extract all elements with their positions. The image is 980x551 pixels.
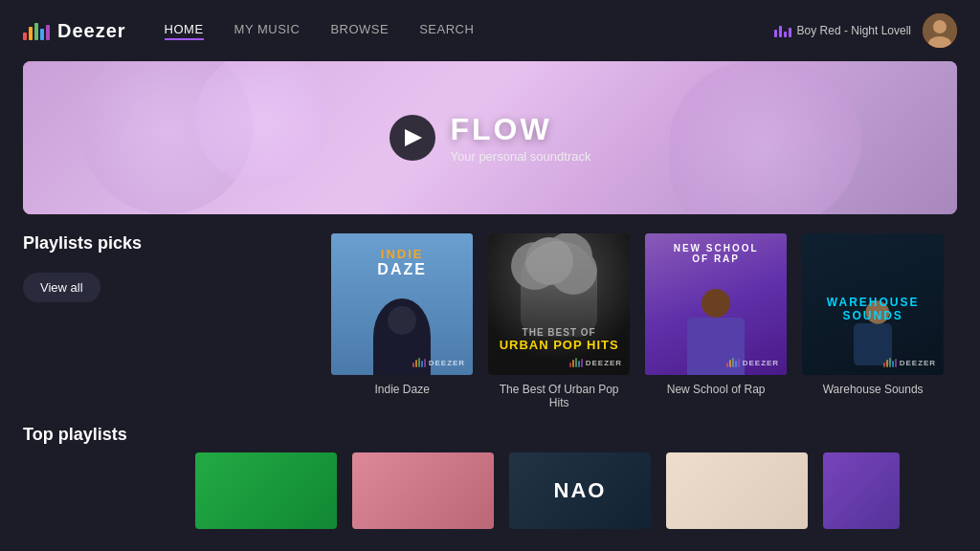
- navbar: Deezer HOME MY MUSIC BROWSE SEARCH Boy R…: [0, 0, 980, 61]
- avatar[interactable]: [923, 13, 957, 48]
- now-playing-text: Boy Red - Night Lovell: [797, 24, 911, 37]
- playlists-picks-section: Playlists picks View all INDIE DAZE: [0, 214, 980, 409]
- warehouse-label: WAREHOUSE: [827, 296, 920, 309]
- playlist-card-urban-pop[interactable]: THE BEST OF URBAN POP HITS DEEZER: [488, 233, 630, 409]
- nav-right: Boy Red - Night Lovell: [774, 13, 957, 48]
- deezer-watermark-indie: DEEZER: [412, 358, 465, 367]
- deezer-label-indie: DEEZER: [429, 359, 465, 367]
- nav-links: HOME MY MUSIC BROWSE SEARCH: [165, 22, 774, 40]
- sounds-label: SOUNDS: [827, 309, 920, 322]
- hero-overlay: FLOW Your personal soundtrack: [23, 61, 957, 214]
- playlist-card-warehouse[interactable]: WAREHOUSE SOUNDS: [802, 233, 944, 409]
- logo[interactable]: Deezer: [23, 20, 126, 42]
- urban-pop-hits-label: URBAN POP HITS: [500, 338, 619, 352]
- playlist-thumb-new-school-rap: NEW SCHOOL OF RAP: [645, 233, 787, 375]
- top-playlists-section: Top playlists NAO: [0, 409, 980, 529]
- deezer-watermark-warehouse: DEEZER: [883, 358, 936, 367]
- flow-hero: FLOW Your personal soundtrack: [23, 61, 957, 214]
- equalizer-icon: [774, 24, 791, 37]
- playlist-thumb-urban-pop: THE BEST OF URBAN POP HITS DEEZER: [488, 233, 630, 375]
- deezer-label-warehouse: DEEZER: [900, 359, 936, 367]
- playlist-thumb-warehouse: WAREHOUSE SOUNDS: [802, 233, 944, 375]
- of-rap-label: OF RAP: [674, 253, 759, 264]
- top-playlists-row: NAO: [195, 452, 957, 529]
- deezer-watermark-rap: DEEZER: [726, 358, 779, 367]
- section-header: Playlists picks View all: [23, 233, 159, 302]
- playlists-row: INDIE DAZE: [331, 233, 957, 409]
- nao-label: NAO: [554, 478, 607, 503]
- playlist-thumb-indie-daze: INDIE DAZE: [331, 233, 473, 375]
- logo-bars-icon: [23, 21, 50, 40]
- top-playlist-thumb-2[interactable]: [352, 452, 494, 529]
- playlist-title-new-school-rap: New School of Rap: [667, 383, 766, 396]
- new-school-label: NEW SCHOOL: [674, 243, 759, 253]
- playlist-card-indie-daze[interactable]: INDIE DAZE: [331, 233, 473, 409]
- deezer-watermark-urban: DEEZER: [569, 358, 622, 367]
- nav-my-music[interactable]: MY MUSIC: [234, 22, 301, 40]
- top-playlist-thumb-4[interactable]: [666, 452, 808, 529]
- now-playing: Boy Red - Night Lovell: [774, 24, 911, 37]
- playlist-title-indie-daze: Indie Daze: [374, 383, 429, 396]
- nav-browse[interactable]: BROWSE: [330, 22, 389, 40]
- deezer-mini-bars-urban-icon: [569, 358, 583, 367]
- view-all-button[interactable]: View all: [23, 273, 100, 302]
- deezer-mini-bars-icon: [412, 358, 426, 367]
- deezer-mini-bars-rap-icon: [726, 358, 740, 367]
- nav-home[interactable]: HOME: [165, 22, 204, 40]
- playlist-title-warehouse: Warehouse Sounds: [823, 383, 924, 396]
- nav-search[interactable]: SEARCH: [419, 22, 474, 40]
- top-playlist-thumb-3[interactable]: NAO: [509, 452, 651, 529]
- top-playlist-thumb-1[interactable]: [195, 452, 337, 529]
- logo-text: Deezer: [57, 20, 126, 42]
- flow-text: FLOW Your personal soundtrack: [451, 112, 591, 164]
- play-icon: [405, 129, 422, 146]
- flow-title: FLOW: [451, 112, 591, 147]
- section-content: Playlists picks View all INDIE DAZE: [23, 233, 957, 409]
- deezer-label-rap: DEEZER: [743, 359, 779, 367]
- top-playlists-title: Top playlists: [23, 425, 127, 444]
- playlist-title-urban-pop: The Best Of Urban Pop Hits: [488, 383, 630, 409]
- section-title: Playlists picks: [23, 233, 142, 253]
- deezer-mini-bars-warehouse-icon: [883, 358, 897, 367]
- playlist-card-new-school-rap[interactable]: NEW SCHOOL OF RAP: [645, 233, 787, 409]
- daze-label: DAZE: [377, 261, 427, 278]
- indie-label: INDIE: [381, 247, 424, 261]
- urban-the-best-of: THE BEST OF: [500, 327, 619, 338]
- top-playlist-thumb-5[interactable]: [823, 452, 900, 529]
- deezer-label-urban: DEEZER: [586, 359, 622, 367]
- svg-point-1: [933, 20, 947, 33]
- flow-subtitle: Your personal soundtrack: [451, 149, 591, 164]
- flow-play-button[interactable]: [390, 115, 435, 161]
